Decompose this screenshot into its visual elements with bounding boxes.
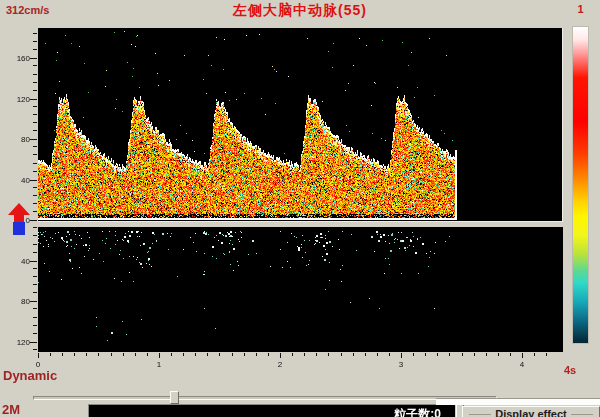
- axis-tick: [413, 353, 414, 356]
- axis-tick: [268, 353, 269, 356]
- axis-tick: [33, 90, 37, 91]
- axis-label: 160: [8, 54, 30, 63]
- axis-tick: [474, 353, 475, 356]
- axis-tick: [123, 353, 124, 356]
- spectrogram-reverse-panel: [38, 227, 563, 352]
- axis-tick: [33, 349, 37, 350]
- axis-tick: [98, 353, 99, 356]
- button-top-strip: [436, 398, 600, 405]
- axis-tick: [30, 139, 37, 140]
- time-scrollbar-thumb[interactable]: [170, 391, 179, 404]
- axis-tick: [33, 146, 37, 147]
- axis-tick: [425, 353, 426, 356]
- axis-tick: [328, 353, 329, 356]
- axis-tick: [219, 353, 220, 356]
- axis-tick: [316, 353, 317, 356]
- axis-tick: [33, 154, 37, 155]
- axis-tick: [365, 353, 366, 356]
- axis-tick: [534, 353, 535, 356]
- axis-tick: [33, 276, 37, 277]
- axis-tick: [195, 353, 196, 356]
- axis-tick: [232, 353, 233, 356]
- axis-label: 120: [8, 338, 30, 347]
- axis-tick: [33, 203, 37, 204]
- axis-tick: [256, 353, 257, 356]
- axis-tick: [280, 353, 281, 358]
- flow-color-box: [13, 222, 25, 235]
- axis-tick: [33, 211, 37, 212]
- axis-label: 120: [8, 95, 30, 104]
- axis-tick: [389, 353, 390, 356]
- axis-tick: [510, 353, 511, 356]
- axis-tick: [33, 163, 37, 164]
- axis-label: 4: [516, 360, 528, 369]
- axis-tick: [33, 171, 37, 172]
- sweep-time-label: 4s: [564, 364, 594, 376]
- axis-tick: [33, 74, 37, 75]
- axis-tick: [30, 180, 37, 181]
- axis-label: 2: [274, 360, 286, 369]
- axis-label: 40: [8, 176, 30, 185]
- axis-tick: [74, 353, 75, 356]
- axis-tick: [341, 353, 342, 356]
- axis-tick: [159, 353, 160, 358]
- axis-label: 80: [8, 135, 30, 144]
- axis-tick: [33, 130, 37, 131]
- particle-count-label: 粒子数:0: [394, 406, 441, 417]
- axis-tick: [33, 41, 37, 42]
- axis-tick: [33, 333, 37, 334]
- axis-tick: [30, 342, 37, 343]
- button-decor-line-left: [469, 414, 491, 415]
- page-title: 左侧大脑中动脉(55): [0, 2, 600, 20]
- axis-tick: [33, 244, 37, 245]
- axis-tick: [33, 284, 37, 285]
- spectrogram-forward-panel: [38, 28, 563, 222]
- axis-tick: [33, 227, 37, 228]
- axis-tick: [33, 187, 37, 188]
- axis-tick: [33, 82, 37, 83]
- axis-tick: [522, 353, 523, 358]
- axis-tick: [50, 353, 51, 356]
- axis-tick: [546, 353, 547, 356]
- axis-tick: [304, 353, 305, 356]
- axis-tick: [292, 353, 293, 356]
- axis-tick: [38, 353, 39, 358]
- axis-tick: [30, 301, 37, 302]
- axis-tick: [62, 353, 63, 356]
- up-arrow-icon: [8, 203, 30, 215]
- axis-tick: [33, 325, 37, 326]
- reverse-channel-canvas: [38, 227, 563, 352]
- axis-tick: [33, 308, 37, 309]
- axis-tick: [353, 353, 354, 356]
- display-effect-button[interactable]: Display effect: [462, 406, 600, 417]
- axis-tick: [171, 353, 172, 356]
- axis-tick: [135, 353, 136, 356]
- axis-tick: [207, 353, 208, 356]
- axis-tick: [486, 353, 487, 356]
- axis-tick: [33, 195, 37, 196]
- axis-tick: [30, 58, 37, 59]
- axis-tick: [401, 353, 402, 358]
- axis-tick: [33, 122, 37, 123]
- axis-tick: [33, 106, 37, 107]
- axis-tick: [30, 99, 37, 100]
- axis-tick: [449, 353, 450, 356]
- axis-tick: [147, 353, 148, 356]
- time-scrollbar-track[interactable]: [33, 396, 497, 400]
- axis-tick: [33, 33, 37, 34]
- axis-tick: [244, 353, 245, 356]
- axis-tick: [437, 353, 438, 356]
- axis-tick: [33, 317, 37, 318]
- button-decor-line-right: [571, 414, 593, 415]
- axis-tick: [33, 268, 37, 269]
- display-effect-button-label: Display effect: [495, 408, 567, 417]
- axis-tick: [33, 235, 37, 236]
- axis-label: 1: [153, 360, 165, 369]
- axis-tick: [33, 114, 37, 115]
- axis-label: 3: [395, 360, 407, 369]
- axis-tick: [498, 353, 499, 356]
- flow-direction-indicator: [8, 203, 32, 236]
- channel-indicator-label: 1: [572, 3, 589, 15]
- up-arrow-stem: [14, 215, 24, 222]
- axis-tick: [33, 49, 37, 50]
